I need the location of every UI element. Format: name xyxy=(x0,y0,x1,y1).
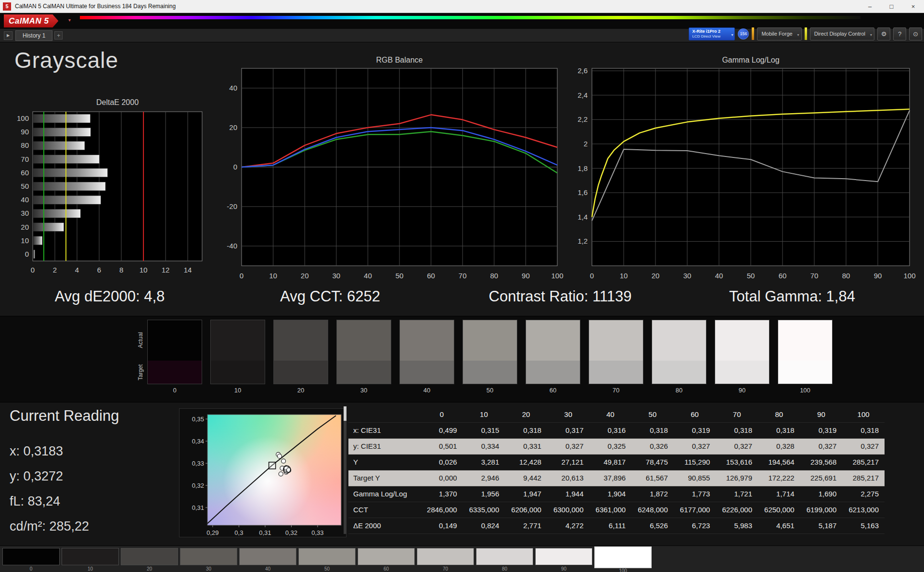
device-toolbar: X-Rite i1Pro 2 LCD Direct View ▾ 156 Mob… xyxy=(689,27,922,40)
svg-text:0: 0 xyxy=(240,272,244,280)
minimize-button[interactable]: – xyxy=(859,0,881,13)
table-cell: 0,325 xyxy=(590,438,632,454)
patch-level-50[interactable]: 50 xyxy=(298,548,356,572)
table-cell: 0,499 xyxy=(421,422,463,438)
scrollbar-thumb[interactable] xyxy=(344,406,346,421)
settings-button[interactable]: ⚙ xyxy=(877,27,890,40)
patch-level-70[interactable]: 70 xyxy=(417,548,474,572)
close-button[interactable]: × xyxy=(902,0,924,13)
svg-text:10: 10 xyxy=(269,272,277,280)
chevron-down-icon: ▾ xyxy=(731,33,733,37)
patch-level-label: 60 xyxy=(384,566,389,572)
svg-text:40: 40 xyxy=(715,272,723,280)
table-cell: 239,568 xyxy=(800,454,843,470)
table-scrollbar[interactable] xyxy=(344,406,346,534)
patch-sample[interactable] xyxy=(239,548,296,565)
table-row: ΔE 20000,1490,8242,7714,2726,1116,5266,7… xyxy=(348,518,885,533)
swatch-box xyxy=(336,320,391,384)
table-cell: 1,904 xyxy=(590,486,632,502)
tab-history-1[interactable]: History 1 xyxy=(15,30,52,41)
patch-level-40[interactable]: 40 xyxy=(239,548,296,572)
table-cell: 0,317 xyxy=(547,422,590,438)
grayscale-swatch-20: 20 xyxy=(273,320,328,394)
patch-sample[interactable] xyxy=(62,548,119,565)
svg-text:70: 70 xyxy=(21,155,29,163)
patch-sample[interactable] xyxy=(180,548,237,565)
patch-sample[interactable] xyxy=(298,548,356,565)
table-cell: 49,817 xyxy=(590,454,632,470)
patch-sample[interactable] xyxy=(535,548,592,565)
patch-level-label: 30 xyxy=(206,566,211,572)
table-cell: 78,475 xyxy=(631,454,674,470)
swatch-level-label: 0 xyxy=(147,387,202,394)
rainbow-strip xyxy=(80,16,860,19)
patch-level-20[interactable]: 20 xyxy=(121,548,178,572)
swatch-actual-sample xyxy=(400,320,454,361)
swatch-level-label: 40 xyxy=(399,387,454,394)
source-button[interactable]: Mobile Forge ▾ xyxy=(757,27,801,40)
display-control-button[interactable]: Direct Display Control ▾ xyxy=(810,27,874,40)
svg-text:30: 30 xyxy=(21,209,29,217)
patch-sample[interactable] xyxy=(358,548,415,565)
table-cell: 0,318 xyxy=(716,422,758,438)
table-cell: 285,217 xyxy=(842,470,885,486)
svg-text:2,2: 2,2 xyxy=(578,115,588,123)
svg-text:12: 12 xyxy=(162,266,170,274)
current-reading-x: x: 0,3183 xyxy=(10,444,63,459)
svg-text:4: 4 xyxy=(75,266,79,274)
svg-text:10: 10 xyxy=(21,236,29,245)
svg-text:30: 30 xyxy=(332,272,340,280)
swatch-actual-sample xyxy=(148,320,202,361)
patch-level-label: 40 xyxy=(265,566,270,572)
table-header-row: 0102030405060708090100 xyxy=(348,406,885,422)
patch-sample[interactable] xyxy=(476,548,533,565)
table-row: Target Y0,0002,9469,44220,61337,89661,56… xyxy=(348,470,885,486)
svg-text:2,4: 2,4 xyxy=(578,91,588,99)
table-cell: 126,979 xyxy=(716,470,758,486)
cie-chart-panel: 0,290,30,310,320,330,350,340,330,320,31 xyxy=(179,408,346,537)
swatch-target-sample xyxy=(778,361,832,384)
contrast-ratio-readout: Contrast Ratio: 11139 xyxy=(489,288,632,305)
maximize-button[interactable]: □ xyxy=(881,0,902,13)
patch-level-label: 50 xyxy=(324,566,330,572)
row-label: ΔE 2000 xyxy=(348,518,421,533)
app-icon: 5 xyxy=(3,2,11,11)
swatch-box xyxy=(462,320,517,384)
history-expand-icon[interactable]: ▶ xyxy=(4,31,13,40)
current-reading-fl: fL: 83,24 xyxy=(10,494,60,509)
table-cell: 6248,000 xyxy=(631,502,674,518)
table-cell: 6250,000 xyxy=(758,502,800,518)
patch-level-60[interactable]: 60 xyxy=(358,548,415,572)
svg-text:RGB Balance: RGB Balance xyxy=(376,56,423,64)
patch-sample[interactable] xyxy=(594,546,652,568)
avg-de2000-readout: Avg dE2000: 4,8 xyxy=(55,288,165,305)
table-cell: 0,327 xyxy=(842,438,885,454)
table-cell: 12,428 xyxy=(505,454,547,470)
meter-button[interactable]: X-Rite i1Pro 2 LCD Direct View ▾ xyxy=(689,27,735,40)
patch-level-0[interactable]: 0 xyxy=(2,548,60,572)
svg-text:0: 0 xyxy=(25,250,29,258)
column-header: 20 xyxy=(505,406,547,422)
table-cell: 194,564 xyxy=(758,454,800,470)
power-button[interactable]: ⊙ xyxy=(909,27,922,40)
add-tab-button[interactable]: + xyxy=(54,31,63,39)
patch-level-10[interactable]: 10 xyxy=(62,548,119,572)
table-cell: 0,319 xyxy=(800,422,843,438)
patch-sample[interactable] xyxy=(2,548,60,565)
patch-sample[interactable] xyxy=(417,548,474,565)
svg-text:100: 100 xyxy=(17,114,29,122)
logo-menu-caret-icon[interactable]: ▾ xyxy=(68,17,71,23)
patch-level-80[interactable]: 80 xyxy=(476,548,533,572)
svg-text:40: 40 xyxy=(229,84,237,92)
row-label: Gamma Log/Log xyxy=(348,486,421,502)
patch-sample[interactable] xyxy=(121,548,178,565)
table-cell: 5,187 xyxy=(800,518,843,533)
calman-logo[interactable]: CalMAN 5 xyxy=(4,14,58,27)
svg-text:0,29: 0,29 xyxy=(206,529,218,536)
patch-level-30[interactable]: 30 xyxy=(180,548,237,572)
swatch-level-label: 60 xyxy=(526,387,580,394)
swatch-actual-sample xyxy=(589,320,643,361)
patch-level-90[interactable]: 90 xyxy=(535,548,592,572)
help-button[interactable]: ? xyxy=(893,27,906,40)
patch-level-100[interactable]: 100 xyxy=(594,548,652,572)
